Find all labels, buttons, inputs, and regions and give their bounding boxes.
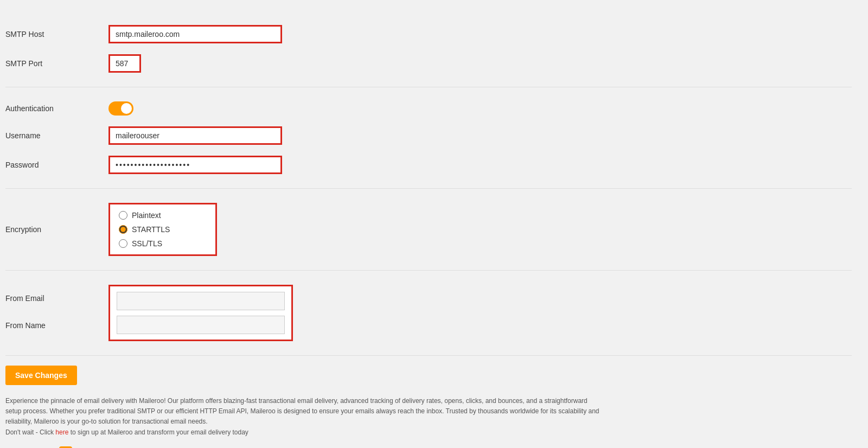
authentication-section: Authentication Username Password — [5, 87, 852, 189]
footer-description: Experience the pinnacle of email deliver… — [5, 396, 602, 438]
encryption-starttls-radio[interactable] — [119, 225, 127, 234]
footer-cta-link[interactable]: here — [55, 428, 68, 436]
smtp-port-input[interactable] — [108, 54, 141, 73]
footer-text-main: Experience the pinnacle of email deliver… — [5, 397, 599, 425]
from-name-label: From Name — [5, 321, 108, 330]
from-email-label-row: From Email — [5, 285, 108, 312]
password-label: Password — [5, 161, 108, 169]
username-label: Username — [5, 131, 108, 140]
smtp-host-section: SMTP Host SMTP Port — [5, 11, 852, 87]
authentication-row: Authentication — [5, 96, 852, 121]
encryption-section: Encryption Plaintext STARTTLS SSL/TLS — [5, 189, 852, 271]
encryption-options-box: Plaintext STARTTLS SSL/TLS — [108, 203, 217, 256]
from-name-label-row: From Name — [5, 312, 108, 339]
smtp-port-row: SMTP Port — [5, 49, 852, 78]
smtp-host-input[interactable] — [108, 25, 282, 43]
encryption-ssltls-label[interactable]: SSL/TLS — [132, 239, 162, 248]
password-input[interactable] — [108, 156, 282, 174]
from-name-input[interactable] — [117, 316, 285, 334]
encryption-plaintext-row: Plaintext — [119, 211, 207, 220]
password-row: Password — [5, 150, 852, 180]
from-email-input[interactable] — [117, 292, 285, 310]
username-input[interactable] — [108, 126, 282, 145]
smtp-host-row: SMTP Host — [5, 20, 852, 49]
encryption-label: Encryption — [5, 225, 108, 234]
authentication-label: Authentication — [5, 104, 108, 113]
from-section: From Email From Name — [5, 271, 852, 356]
toggle-slider — [108, 101, 133, 116]
from-inputs-box — [108, 285, 293, 341]
page-wrapper: SMTP Host SMTP Port Authentication Usern… — [0, 0, 868, 448]
encryption-row: Encryption Plaintext STARTTLS SSL/TLS — [5, 197, 852, 261]
username-row: Username — [5, 121, 852, 150]
smtp-host-label: SMTP Host — [5, 30, 108, 39]
encryption-ssltls-row: SSL/TLS — [119, 239, 207, 248]
from-combined-row: From Email From Name — [5, 279, 852, 347]
from-labels-col: From Email From Name — [5, 285, 108, 339]
save-changes-button[interactable]: Save Changes — [5, 366, 77, 385]
encryption-plaintext-label[interactable]: Plaintext — [132, 211, 161, 220]
authentication-toggle[interactable] — [108, 101, 133, 116]
footer-cta-suffix: to sign up at Maileroo and transform you… — [68, 428, 248, 436]
encryption-plaintext-radio[interactable] — [119, 211, 127, 220]
encryption-ssltls-radio[interactable] — [119, 239, 127, 248]
footer-cta-prefix: Don't wait - Click — [5, 428, 55, 436]
smtp-port-label: SMTP Port — [5, 59, 108, 68]
encryption-starttls-label[interactable]: STARTTLS — [132, 225, 170, 234]
from-email-label: From Email — [5, 294, 108, 303]
encryption-starttls-row: STARTTLS — [119, 225, 207, 234]
